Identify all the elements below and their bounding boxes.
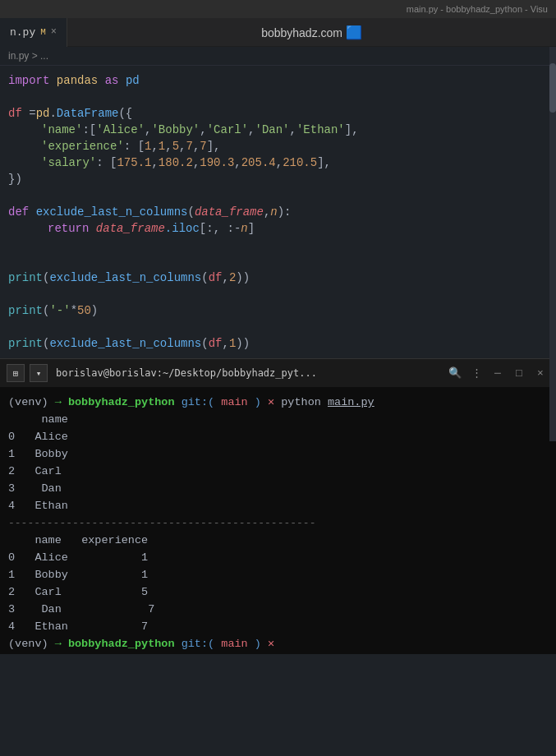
scrollbar-thumb[interactable]	[549, 63, 556, 113]
code-line-print2: print ( '-' * 50 )	[0, 302, 556, 319]
iloc-method: .iloc	[165, 220, 200, 237]
code-line-salary: 'salary' : [ 175.1 , 180.2 , 190.3 , 205…	[0, 154, 556, 171]
blank-line-6	[0, 319, 556, 335]
tab-close-icon[interactable]: ×	[51, 26, 57, 38]
row2-exp: 5	[141, 586, 148, 598]
row2-name: Carl	[34, 465, 61, 477]
arrow-2: →	[55, 638, 68, 650]
print3-call: exclude_last_n_columns	[49, 335, 201, 352]
row2-name2: Carl	[34, 586, 135, 598]
output1-row-0: 0 Alice	[8, 428, 548, 445]
title-bar-text: main.py - bobbyhadz_python - Visu	[407, 4, 548, 14]
row4-exp: 7	[141, 620, 148, 633]
row3-name2: Dan	[42, 603, 142, 615]
terminal-maximize-icon[interactable]: □	[510, 364, 528, 382]
print3-func: print	[8, 335, 43, 352]
close-brace: })	[8, 171, 22, 187]
code-line-import: import pandas as pd	[0, 72, 556, 89]
row1-name: Bobby	[34, 448, 68, 460]
blank-line-1	[0, 89, 556, 105]
print2-func: print	[8, 302, 43, 319]
row1-exp: 1	[141, 569, 148, 581]
terminal-new-tab-icon[interactable]: ⊞	[7, 364, 25, 382]
param-data-frame: data_frame	[195, 204, 264, 220]
site-title: bobbyhadz.com 🟦	[67, 25, 556, 40]
output2-row-4: 4 Ethan 7	[8, 618, 548, 635]
output2-row-0: 0 Alice 1	[8, 549, 548, 566]
title-bar: main.py - bobbyhadz_python - Visu	[0, 0, 556, 18]
func-dataframe: DataFrame	[57, 105, 119, 122]
git-label-2: git:(	[182, 638, 215, 650]
print2-num: 50	[77, 302, 91, 319]
print1-df: df	[209, 270, 223, 286]
row1-name2: Bobby	[34, 569, 135, 581]
output1-header: name	[8, 411, 548, 428]
terminal-prompt-line-1: (venv) → bobbyhadz_python git:( main ) ✕…	[8, 394, 548, 411]
code-line-experience: 'experience' : [ 1 , 1 , 5 , 7 , 7 ],	[0, 138, 556, 154]
output2-row-2: 2 Carl 5	[8, 583, 548, 601]
code-line-def: def exclude_last_n_columns ( data_frame …	[0, 204, 556, 220]
breadcrumb-text: in.py > ...	[8, 50, 48, 62]
print2-dash: '-'	[49, 302, 70, 319]
cmd-python: python	[281, 396, 321, 408]
site-title-text: bobbyhadz.com	[261, 26, 342, 39]
venv-2: (venv)	[8, 638, 48, 650]
site-title-emoji: 🟦	[346, 25, 362, 39]
output1-row-3: 3 Dan	[8, 480, 548, 497]
terminal-path: borislav@borislav:~/Desktop/bobbyhadz_py…	[53, 367, 441, 379]
code-line-close-brace: })	[0, 171, 556, 187]
output2-row-1: 1 Bobby 1	[8, 566, 548, 583]
blank-line-3	[0, 237, 556, 253]
breadcrumb: in.py > ...	[0, 47, 556, 66]
module-pandas: pandas	[57, 72, 98, 89]
row4-name2: Ethan	[34, 620, 135, 633]
terminal-body: (venv) → bobbyhadz_python git:( main ) ✕…	[0, 387, 556, 654]
iloc-n: n	[241, 220, 247, 237]
header-experience: experience	[81, 534, 148, 546]
branch-2: main	[221, 638, 247, 650]
terminal-search-icon[interactable]: 🔍	[446, 364, 464, 382]
scrollbar[interactable]	[549, 47, 556, 441]
git-close-1: )	[255, 396, 261, 408]
terminal-prompt-line-2: (venv) → bobbyhadz_python git:( main ) ✕	[8, 635, 548, 652]
keyword-def: def	[8, 204, 29, 220]
cmd-file: main.py	[328, 396, 374, 408]
code-editor: import pandas as pd df = pd . DataFrame …	[0, 66, 556, 358]
branch-1: main	[221, 396, 247, 408]
print3-df: df	[209, 335, 223, 352]
tab-modified-badge: M	[40, 27, 46, 37]
code-line-name: 'name' : [ 'Alice' , 'Bobby' , 'Carl' , …	[0, 122, 556, 138]
terminal-minimize-icon[interactable]: ─	[489, 364, 507, 382]
key-experience: 'experience'	[41, 138, 124, 154]
print1-call: exclude_last_n_columns	[49, 270, 201, 286]
iloc-var: data_frame	[96, 220, 165, 237]
blank-line-5	[0, 286, 556, 302]
separator-line: ----------------------------------------…	[8, 514, 548, 532]
venv-1: (venv)	[8, 396, 48, 408]
key-name: 'name'	[41, 122, 82, 138]
x-mark-2: ✕	[268, 638, 274, 650]
tab-filename: n.py	[10, 26, 35, 39]
alias-pd: pd	[126, 72, 140, 89]
print1-func: print	[8, 270, 43, 286]
git-close-2: )	[255, 638, 261, 650]
pd-prefix: pd	[36, 105, 50, 122]
terminal-menu-icon[interactable]: ⋮	[467, 364, 485, 382]
terminal: ⊞ ▾ borislav@borislav:~/Desktop/bobbyhad…	[0, 358, 556, 654]
terminal-dropdown-icon[interactable]: ▾	[30, 364, 48, 382]
code-line-print3: print ( exclude_last_n_columns ( df , 1 …	[0, 335, 556, 352]
code-line-return: return data_frame .iloc [: , :- n ]	[0, 220, 556, 237]
tab-bar: n.py M × bobbyhadz.com 🟦	[0, 18, 556, 47]
terminal-titlebar: ⊞ ▾ borislav@borislav:~/Desktop/bobbyhad…	[0, 358, 556, 387]
output2-row-3: 3 Dan 7	[8, 601, 548, 618]
user-2: bobbyhadz_python	[68, 638, 175, 650]
header-name-1: name	[42, 413, 68, 426]
var-df: df	[8, 105, 22, 122]
keyword-as: as	[105, 72, 119, 89]
editor-tab[interactable]: n.py M ×	[0, 18, 67, 47]
row0-name2: Alice	[34, 551, 135, 564]
row3-exp: 7	[148, 603, 154, 615]
key-salary: 'salary'	[41, 154, 96, 171]
terminal-close-icon[interactable]: ×	[531, 364, 549, 382]
output1-row-2: 2 Carl	[8, 463, 548, 480]
